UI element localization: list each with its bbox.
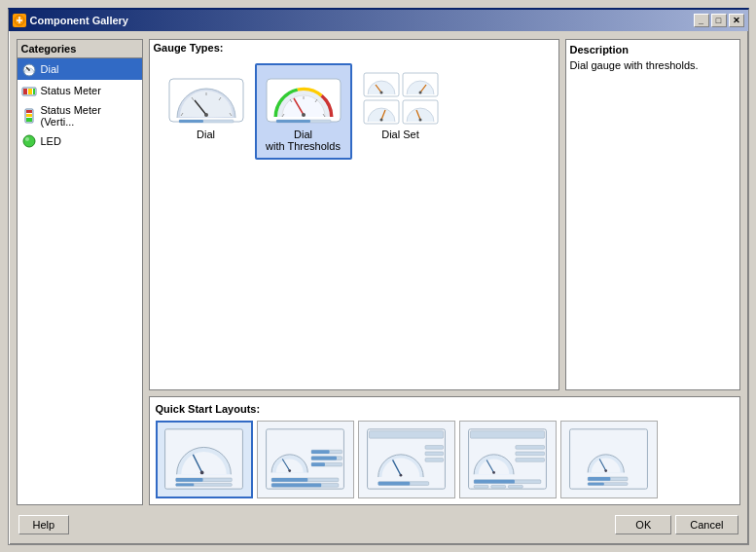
svg-rect-86 [474, 485, 488, 488]
layouts-row [156, 421, 734, 498]
svg-rect-25 [179, 120, 203, 123]
layout-item-5[interactable] [560, 421, 658, 498]
svg-rect-83 [516, 459, 545, 462]
layout-item-1[interactable] [156, 421, 253, 498]
layout-item-3[interactable] [358, 421, 455, 498]
svg-rect-54 [176, 484, 195, 487]
footer-left: Help [18, 515, 70, 534]
layout-item-2[interactable] [257, 421, 354, 498]
dial-category-icon [21, 61, 37, 77]
svg-point-5 [28, 69, 30, 71]
svg-rect-73 [425, 452, 444, 456]
svg-rect-13 [25, 117, 31, 121]
category-item-dial[interactable]: Dial [18, 58, 142, 80]
status-meter-vert-icon [21, 108, 37, 124]
svg-rect-63 [311, 462, 325, 466]
svg-rect-61 [311, 457, 337, 460]
ok-button[interactable]: OK [615, 515, 671, 534]
layout-2-preview [264, 427, 346, 491]
title-bar-buttons: _ □ ✕ [694, 14, 744, 27]
window-icon [13, 14, 26, 27]
category-led-label: LED [41, 135, 61, 147]
svg-rect-78 [470, 431, 544, 438]
svg-point-14 [23, 135, 35, 147]
layout-3-preview [365, 427, 448, 491]
gauge-type-dial-thresholds[interactable]: Dialwith Thresholds [255, 63, 352, 160]
gauge-type-dial[interactable]: Dial [158, 63, 255, 148]
window-body: Categories Dial [9, 31, 748, 544]
top-panels: Gauge Types: [149, 39, 740, 390]
status-meter-icon [21, 83, 37, 98]
categories-label: Categories [18, 40, 142, 58]
svg-rect-65 [271, 478, 307, 482]
close-button[interactable]: ✕ [729, 14, 744, 27]
svg-point-33 [302, 113, 306, 117]
gauge-type-dial-set[interactable]: Dial Set [352, 63, 450, 148]
main-window: Component Gallery _ □ ✕ Categories [8, 8, 749, 545]
led-icon [21, 133, 37, 149]
svg-rect-11 [25, 110, 31, 113]
category-status-meter-label: Status Meter [41, 85, 101, 96]
categories-panel: Categories Dial [17, 39, 143, 505]
svg-rect-9 [33, 89, 35, 94]
svg-rect-87 [491, 485, 506, 488]
svg-rect-95 [588, 483, 604, 486]
svg-point-44 [379, 118, 382, 121]
description-label: Description [570, 44, 736, 55]
category-dial-label: Dial [41, 63, 59, 75]
svg-rect-35 [276, 120, 310, 123]
svg-point-71 [400, 474, 403, 477]
svg-point-80 [492, 471, 495, 474]
svg-rect-72 [425, 446, 444, 450]
svg-rect-76 [378, 482, 411, 486]
gauge-type-dial-thresholds-label: Dialwith Thresholds [266, 129, 341, 152]
dial-set-gauge-preview [362, 71, 440, 125]
maximize-button[interactable]: □ [711, 14, 727, 27]
svg-rect-7 [23, 89, 27, 94]
category-item-status-meter[interactable]: Status Meter [18, 80, 142, 101]
svg-rect-67 [271, 484, 321, 488]
svg-rect-93 [588, 477, 610, 481]
category-status-meter-vert-label: Status Meter (Verti... [40, 104, 137, 128]
quick-start-section: Quick Start Layouts: [149, 396, 740, 505]
svg-point-50 [200, 471, 204, 475]
svg-point-23 [204, 113, 208, 117]
svg-rect-88 [508, 485, 522, 488]
layout-item-4[interactable] [459, 421, 557, 498]
svg-point-15 [25, 137, 29, 141]
svg-rect-81 [516, 446, 545, 450]
gauge-main-panel: Gauge Types: [149, 39, 559, 390]
main-area: Categories Dial [17, 39, 740, 505]
svg-point-41 [418, 91, 421, 93]
category-item-status-meter-vert[interactable]: Status Meter (Verti... [18, 101, 142, 130]
description-text: Dial gauge with thresholds. [570, 59, 736, 71]
svg-rect-59 [311, 450, 330, 454]
gauge-types-row: Dial [150, 55, 558, 167]
help-button[interactable]: Help [18, 515, 70, 534]
cancel-button[interactable]: Cancel [675, 515, 738, 534]
svg-rect-8 [28, 89, 32, 94]
svg-rect-85 [474, 480, 515, 484]
svg-point-38 [379, 91, 382, 93]
svg-rect-52 [176, 478, 203, 482]
category-item-led[interactable]: LED [18, 130, 142, 152]
title-bar: Component Gallery _ □ ✕ [9, 10, 748, 31]
dial-thresholds-gauge-preview [265, 71, 342, 125]
minimize-button[interactable]: _ [694, 14, 709, 27]
window-title: Component Gallery [30, 15, 690, 26]
layout-5-preview [567, 427, 650, 491]
svg-rect-12 [25, 114, 31, 117]
right-panel: Gauge Types: [149, 39, 740, 505]
layout-1-preview [162, 427, 245, 491]
gauge-types-header: Gauge Types: [150, 40, 558, 55]
footer-right: OK Cancel [615, 515, 738, 534]
svg-rect-74 [425, 459, 444, 462]
gauge-type-dial-set-label: Dial Set [381, 129, 419, 140]
quick-start-label: Quick Start Layouts: [156, 403, 734, 415]
layout-4-preview [466, 427, 549, 491]
svg-point-57 [288, 469, 291, 472]
dial-gauge-preview [167, 71, 245, 125]
gauge-type-dial-label: Dial [197, 129, 215, 140]
description-panel: Description Dial gauge with thresholds. [565, 39, 740, 390]
svg-point-47 [418, 118, 421, 121]
